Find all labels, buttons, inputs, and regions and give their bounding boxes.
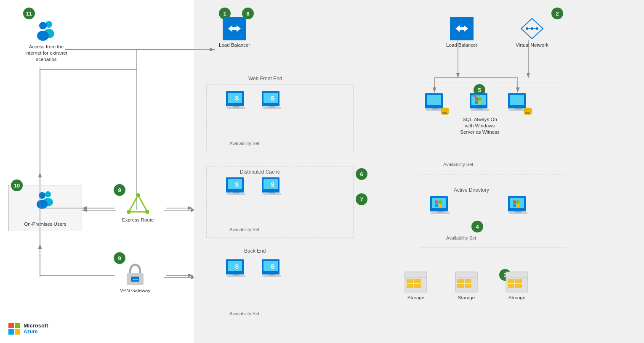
svg-text:S: S	[271, 263, 274, 270]
ms-label: Microsoft	[24, 323, 48, 329]
svg-rect-97	[523, 284, 526, 288]
vnet-label: Virtual Network	[516, 42, 548, 48]
svg-point-32	[37, 31, 49, 41]
on-premises-box: 10 On-Premises Users	[8, 185, 82, 231]
badge-10: 10	[11, 179, 23, 191]
svg-rect-57	[233, 193, 240, 194]
back-end-label: Back End	[244, 248, 266, 254]
lb1-label: Load Balancer	[219, 42, 250, 48]
storage2-icon: Storage	[455, 271, 478, 301]
lb1-graphic	[223, 17, 246, 40]
diagram-container: 11 Access from the internet for extranet…	[0, 0, 644, 343]
svg-point-31	[39, 22, 47, 29]
vm3-icon: S	[225, 177, 247, 198]
svg-rect-47	[233, 106, 240, 108]
svg-rect-105	[427, 95, 441, 105]
svg-marker-37	[129, 195, 147, 212]
svg-text:S: S	[235, 95, 239, 102]
vm6-icon: S	[261, 259, 283, 280]
lb1-icon: Load Balancer	[219, 17, 250, 48]
svg-rect-134	[435, 204, 438, 207]
svg-rect-76	[407, 279, 413, 283]
internet-users-icon: Access from the internet for extranet sc…	[21, 19, 72, 63]
azure-logo-text: Microsoft Azure	[24, 323, 48, 334]
storage2-label: Storage	[458, 295, 475, 301]
svg-rect-67	[233, 274, 240, 276]
svg-rect-88	[472, 279, 476, 283]
sq-blue	[8, 329, 14, 335]
avail-set-label-1: Availability Set	[229, 141, 259, 146]
sq-green	[15, 323, 20, 328]
ad-vm1-icon	[429, 195, 451, 218]
sql-vm3-icon: SQL	[507, 92, 529, 115]
lb2-graphic	[450, 17, 474, 40]
svg-rect-119	[478, 101, 481, 104]
svg-rect-141	[516, 201, 519, 203]
svg-rect-89	[472, 284, 476, 288]
badge-11: 11	[23, 8, 35, 19]
svg-rect-135	[439, 204, 442, 207]
svg-point-40	[127, 210, 131, 214]
svg-rect-133	[439, 201, 442, 203]
svg-rect-131	[437, 211, 444, 213]
svg-rect-52	[269, 106, 275, 108]
badge-6: 6	[356, 168, 367, 180]
svg-point-33	[45, 191, 51, 197]
storage1-icon: Storage	[404, 271, 428, 301]
vnet-icon: Virtual Network	[516, 17, 548, 48]
svg-text:S: S	[271, 181, 274, 188]
svg-rect-95	[515, 284, 522, 288]
badge-2: 2	[551, 8, 563, 19]
svg-rect-96	[523, 279, 526, 283]
express-route-label: Express Route	[122, 217, 154, 223]
svg-rect-77	[414, 279, 421, 283]
storage3-icon: Storage	[505, 271, 529, 301]
svg-rect-140	[513, 201, 516, 203]
main-panel: 1 8 Load Balancer Web Front End	[194, 0, 644, 343]
svg-rect-142	[513, 204, 516, 207]
vm2-icon: S	[261, 90, 283, 111]
svg-text:SQL: SQL	[525, 112, 531, 114]
sq-yellow	[15, 329, 20, 335]
badge-7: 7	[356, 193, 367, 205]
storage3-label: Storage	[508, 295, 525, 301]
ad-vm2-icon	[507, 195, 529, 218]
avail-set-label-sql: Availability Set	[443, 162, 473, 167]
svg-text:⟺: ⟺	[133, 277, 138, 282]
svg-point-35	[39, 192, 45, 199]
dist-cache-label: Distributed Cache	[240, 169, 280, 175]
svg-rect-116	[475, 98, 478, 100]
svg-text:S: S	[271, 95, 274, 102]
svg-rect-118	[475, 101, 478, 104]
svg-rect-139	[515, 211, 522, 213]
svg-point-100	[526, 27, 528, 30]
svg-rect-94	[508, 284, 514, 288]
vm5-icon: S	[225, 259, 247, 280]
active-directory-label: Active Directory	[454, 187, 489, 193]
svg-rect-117	[478, 98, 481, 100]
svg-rect-132	[435, 201, 438, 203]
sql-vm-mid-icon: SQL-Always On with Windows Server as Wit…	[459, 92, 501, 135]
svg-rect-115	[476, 108, 483, 110]
storage1-label: Storage	[407, 295, 424, 301]
azure-logo: Microsoft Azure	[8, 323, 48, 335]
avail-set-label-ad: Availability Set	[446, 235, 476, 240]
svg-rect-107	[432, 108, 439, 110]
sql-vm1-icon: SQL	[424, 92, 446, 115]
svg-rect-93	[515, 279, 522, 283]
svg-point-36	[37, 200, 48, 209]
svg-rect-87	[465, 284, 471, 288]
svg-rect-92	[508, 279, 514, 283]
sql-always-on-label: SQL-Always On with Windows Server as Wit…	[459, 116, 501, 135]
svg-rect-123	[515, 108, 522, 110]
azure-label: Azure	[24, 329, 48, 335]
svg-rect-81	[422, 284, 425, 288]
on-premises-label: On-Premises Users	[9, 221, 82, 227]
svg-rect-78	[407, 284, 413, 288]
svg-rect-72	[269, 274, 275, 276]
vm1-icon: S	[225, 90, 247, 111]
svg-rect-86	[457, 284, 464, 288]
svg-rect-121	[510, 95, 524, 105]
svg-text:S: S	[235, 263, 239, 270]
svg-rect-143	[516, 204, 519, 207]
